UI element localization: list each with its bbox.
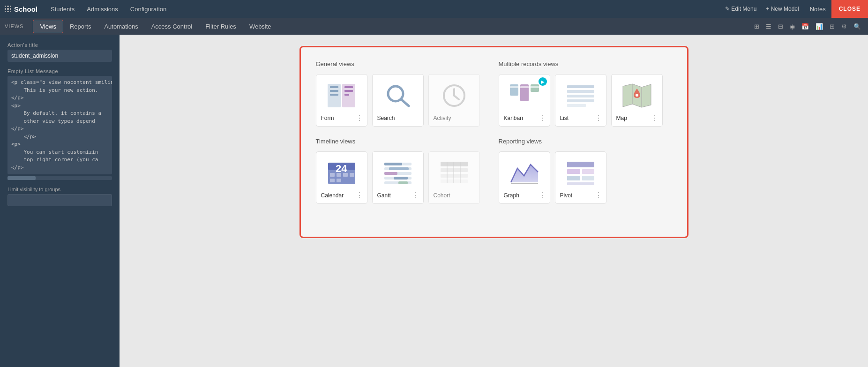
reporting-views-title: Reporting views [499, 138, 606, 145]
pivot-label: Pivot [560, 192, 573, 199]
view-card-pivot[interactable]: Pivot ⋮ [555, 151, 606, 204]
search-label: Search [377, 115, 395, 121]
svg-rect-36 [384, 163, 402, 165]
empty-list-container: <p class="o_view_nocontent_smiling_face"… [7, 76, 112, 180]
calendar-icon: 24 [323, 157, 360, 189]
grid-icon [5, 6, 11, 12]
nav-reports[interactable]: Reports [63, 20, 98, 33]
graph-menu-icon[interactable]: ⋮ [539, 191, 546, 200]
view-card-calendar[interactable]: 24 Calendar ⋮ [316, 151, 367, 204]
view-icons: ⊞ ☰ ⊟ ◉ 📅 📊 ⊞ ⚙ 🔍 [752, 21, 863, 32]
svg-rect-29 [330, 173, 335, 177]
general-views-grid: Form ⋮ Search [316, 74, 480, 127]
map-menu-icon[interactable]: ⋮ [651, 113, 658, 122]
list-menu-icon[interactable]: ⋮ [595, 113, 602, 122]
svg-rect-17 [567, 85, 594, 88]
svg-rect-6 [344, 90, 353, 92]
svg-rect-47 [441, 174, 468, 178]
notes-button[interactable]: Notes [804, 4, 831, 15]
scrollbar-thumb [7, 176, 36, 180]
multiple-records-title: Multiple records views [499, 60, 663, 67]
list-icon [562, 79, 599, 112]
view-card-kanban[interactable]: ▶ Kanban [499, 74, 550, 127]
edit-menu-button[interactable]: Edit Menu [720, 4, 761, 14]
nav-configuration[interactable]: Configuration [125, 3, 172, 15]
pivot-icon [562, 157, 599, 189]
pivot-menu-icon[interactable]: ⋮ [595, 191, 602, 200]
view-card-list[interactable]: List ⋮ [555, 74, 606, 127]
empty-list-section: Empty List Message <p class="o_view_noco… [7, 68, 112, 180]
svg-rect-46 [441, 168, 468, 172]
cohort-label: Cohort [434, 192, 450, 199]
calendar-label: Calendar [321, 192, 344, 199]
app-name: School [14, 5, 37, 13]
timeline-views-section: Timeline views 24 [316, 138, 480, 204]
icon-list-view[interactable]: ☰ [763, 21, 774, 32]
limit-visibility-section: Limit visibility to groups [7, 187, 112, 206]
limit-visibility-select[interactable] [7, 194, 112, 206]
icon-kanban-view[interactable]: ⊞ [752, 21, 762, 32]
nav-website[interactable]: Website [243, 20, 278, 33]
kanban-badge: ▶ [539, 77, 547, 86]
svg-rect-20 [567, 99, 594, 102]
svg-rect-45 [441, 162, 468, 166]
svg-rect-55 [567, 169, 580, 174]
svg-rect-1 [330, 86, 338, 88]
icon-activity-view[interactable]: ⊟ [776, 21, 786, 32]
icon-pivot-view[interactable]: ⊞ [827, 21, 837, 32]
content-area: General views [120, 35, 868, 367]
sidebar: Action's title student_admission Empty L… [0, 35, 120, 367]
nav-access-control[interactable]: Access Control [145, 20, 199, 33]
gantt-menu-icon[interactable]: ⋮ [412, 191, 419, 200]
empty-list-textarea[interactable]: <p class="o_view_nocontent_smiling_face"… [7, 76, 112, 174]
icon-search-view[interactable]: 🔍 [851, 21, 863, 32]
svg-rect-19 [567, 95, 594, 97]
view-card-search[interactable]: Search [372, 74, 424, 127]
actions-title-label: Action's title [7, 42, 112, 48]
svg-rect-21 [567, 104, 586, 107]
search-icon [379, 79, 417, 112]
svg-text:24: 24 [336, 163, 347, 174]
activity-label: Activity [434, 115, 451, 121]
general-views-title: General views [316, 60, 480, 67]
view-card-gantt[interactable]: Gantt ⋮ [372, 151, 424, 204]
horizontal-scrollbar[interactable] [7, 176, 112, 180]
icon-settings-view[interactable]: ⚙ [839, 21, 849, 32]
svg-rect-58 [582, 176, 594, 180]
svg-rect-11 [510, 84, 518, 96]
cohort-icon [435, 157, 473, 189]
icon-calendar-view[interactable]: 📅 [799, 21, 811, 32]
view-card-map[interactable]: Map ⋮ [611, 74, 663, 127]
nav-views[interactable]: Views [33, 20, 63, 33]
form-icon [323, 79, 360, 112]
svg-rect-34 [337, 179, 341, 182]
svg-rect-32 [350, 173, 354, 177]
bottom-sections-row: Timeline views 24 [316, 138, 672, 215]
svg-rect-5 [344, 86, 353, 88]
timeline-views-title: Timeline views [316, 138, 480, 145]
reporting-views-grid: Graph ⋮ [499, 151, 606, 204]
main-layout: Action's title student_admission Empty L… [0, 35, 868, 367]
calendar-menu-icon[interactable]: ⋮ [356, 191, 363, 200]
nav-filter-rules[interactable]: Filter Rules [199, 20, 243, 33]
kanban-menu-icon[interactable]: ⋮ [539, 113, 546, 122]
svg-rect-15 [520, 86, 529, 88]
view-card-form[interactable]: Form ⋮ [316, 74, 367, 127]
new-model-button[interactable]: New Model [761, 4, 803, 14]
form-menu-icon[interactable]: ⋮ [356, 113, 363, 122]
svg-point-25 [636, 94, 638, 97]
nav-students[interactable]: Students [45, 3, 80, 15]
graph-label: Graph [504, 192, 519, 199]
icon-graph-view[interactable]: 📊 [813, 21, 825, 32]
svg-rect-2 [330, 90, 338, 92]
view-card-graph[interactable]: Graph ⋮ [499, 151, 550, 204]
icon-map-view[interactable]: ◉ [787, 21, 797, 32]
nav-automations[interactable]: Automations [97, 20, 144, 33]
svg-rect-18 [567, 90, 594, 93]
top-bar-right: Edit Menu New Model Notes CLOSE [720, 0, 868, 18]
svg-rect-40 [384, 172, 397, 175]
close-button[interactable]: CLOSE [831, 0, 868, 18]
map-label: Map [616, 115, 627, 121]
nav-admissions[interactable]: Admissions [81, 3, 123, 15]
general-views-section: General views [316, 60, 480, 127]
